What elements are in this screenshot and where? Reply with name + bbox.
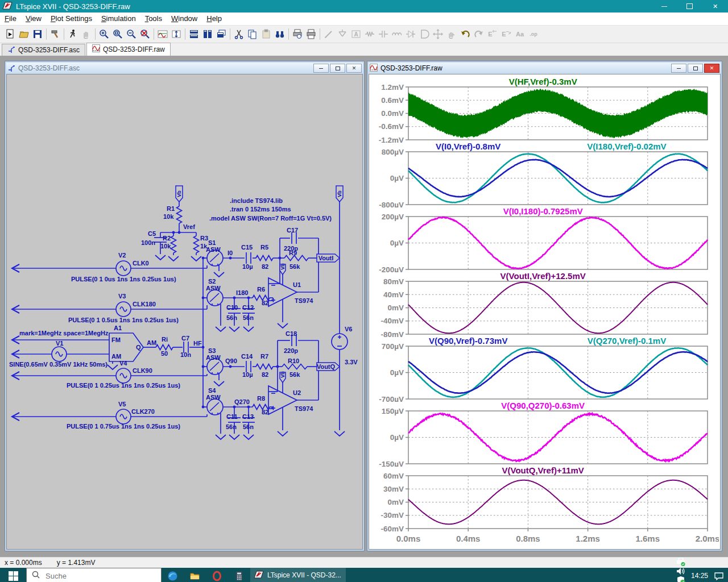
- print-preview-button[interactable]: [291, 27, 304, 41]
- taskbar-search[interactable]: [26, 568, 162, 582]
- taskbar-calculator-icon[interactable]: [228, 568, 250, 582]
- tab-qsd-3253-diff.raw[interactable]: QSD-3253-DIFF.raw: [86, 43, 171, 56]
- tab-qsd-3253-diff.asc[interactable]: QSD-3253-DIFF.asc: [2, 44, 85, 56]
- zoom-full-button[interactable]: [138, 27, 152, 41]
- zoom-in-button[interactable]: [97, 27, 111, 41]
- plot-pane-6[interactable]: V(Q90,Q270)-0.63mV150µV0µV-150µV: [369, 402, 719, 467]
- plot-pane-3[interactable]: V(I0,I180)-0.7925mV200µV0µV-200µV: [369, 207, 719, 272]
- control-panel-button[interactable]: [48, 27, 62, 41]
- plot-pane-5[interactable]: V(Q90,Vref)-0.73mVV(Q270,Vref)-0.1mV700µ…: [369, 337, 719, 402]
- zoom-extents-button[interactable]: [169, 27, 183, 41]
- svg-text:V3: V3: [118, 293, 126, 300]
- taskbar-file-explorer-icon[interactable]: [184, 568, 206, 582]
- waveform-window-title: QSD-3253-DIFF.raw: [380, 64, 442, 72]
- net-flags: VoutIVoutQ: [317, 254, 340, 371]
- waveform-minimize-button[interactable]: [671, 64, 686, 73]
- svg-text:82: 82: [262, 371, 268, 378]
- autorange-button[interactable]: [156, 27, 169, 41]
- drag-button: [445, 27, 458, 41]
- new-schematic-button[interactable]: [3, 27, 17, 41]
- ltspice-taskbar-icon: [254, 570, 264, 581]
- svg-text:-1.2mV: -1.2mV: [379, 136, 404, 143]
- svg-text:Q90: Q90: [225, 357, 237, 364]
- schematic-minimize-button[interactable]: [313, 64, 329, 73]
- search-input[interactable]: [44, 571, 143, 581]
- zoom-back-button[interactable]: [111, 27, 125, 41]
- plot-pane-7[interactable]: V(VoutQ,Vref)+11mV60mV30mV0mV-30mV-60mV0…: [369, 467, 719, 546]
- plot-pane-4[interactable]: V(VoutI,Vref)+12.5mV80mV40mV0mV-40mV-80m…: [369, 272, 719, 337]
- menu-simulation[interactable]: Simulation: [97, 13, 140, 25]
- svg-text:V6: V6: [345, 326, 352, 332]
- menu-view[interactable]: View: [21, 13, 46, 25]
- schematic-canvas[interactable]: VbVbVbVbVoutIVoutQR110kVrefC5100nR210kR3…: [6, 74, 363, 550]
- cascade-windows-button[interactable]: [214, 27, 228, 41]
- schematic-window-titlebar[interactable]: QSD-3253-DIFF.asc ✕: [6, 63, 363, 74]
- find-button[interactable]: [273, 27, 287, 41]
- copy-button[interactable]: [246, 27, 259, 41]
- source-V1: [52, 347, 67, 361]
- schematic-restore-button[interactable]: [330, 64, 345, 73]
- plot-pane-1[interactable]: V(HF,Vref)-0.3mV1.2mV0.6mV0.0mV-0.6mV-1.…: [369, 78, 719, 143]
- menu-plot-settings[interactable]: Plot Settings: [46, 13, 97, 25]
- save-button[interactable]: [31, 27, 44, 41]
- close-button[interactable]: ✕: [702, 0, 728, 13]
- run-button[interactable]: [66, 27, 80, 41]
- tile-vertical-button[interactable]: [201, 27, 214, 41]
- svg-text:AM: AM: [111, 353, 121, 360]
- cut-button[interactable]: [232, 27, 246, 41]
- svg-text:V5: V5: [118, 401, 126, 408]
- schematic-window[interactable]: QSD-3253-DIFF.asc ✕ VbVbVbVbVoutIVoutQR1…: [5, 61, 365, 551]
- trace: [408, 89, 708, 138]
- plot-pane-2[interactable]: V(I0,Vref)-0.8mVV(I180,Vref)-0.02mV800µV…: [369, 143, 719, 207]
- taskbar-clock[interactable]: 14:25: [688, 572, 712, 580]
- tile-horizontal-button[interactable]: [187, 27, 201, 41]
- undo-button[interactable]: [458, 27, 472, 41]
- svg-text:-30mV: -30mV: [380, 511, 404, 519]
- waveform-window[interactable]: QSD-3253-DIFF.raw ✕ V(HF,Vref)-0.3mV1.2m…: [367, 61, 722, 551]
- svg-text:TS974: TS974: [295, 405, 313, 412]
- pane-title: V(VoutQ,Vref)+11mV: [502, 467, 584, 475]
- svg-text:C7: C7: [181, 335, 189, 342]
- toolbar-separator: [64, 28, 64, 40]
- switch-S3: [207, 359, 223, 375]
- svg-text:220p: 220p: [284, 347, 298, 354]
- svg-text:V2: V2: [118, 252, 126, 259]
- tab-bar: QSD-3253-DIFF.ascQSD-3253-DIFF.raw: [0, 43, 728, 56]
- maximize-button[interactable]: [677, 0, 702, 13]
- waveform-icon: [370, 64, 378, 73]
- waveform-restore-button[interactable]: [688, 64, 703, 73]
- tray-volume-icon[interactable]: [673, 567, 688, 576]
- pane-title: V(Q270,Vref)-0.1mV: [588, 337, 666, 346]
- menu-window[interactable]: Window: [167, 13, 202, 25]
- toolbar-separator: [154, 28, 154, 40]
- menu-help[interactable]: Help: [202, 13, 226, 25]
- minimize-button[interactable]: [651, 0, 677, 13]
- waveform-plot-area[interactable]: V(HF,Vref)-0.3mV1.2mV0.6mV0.0mV-0.6mV-1.…: [369, 74, 721, 550]
- taskbar-opera-icon[interactable]: [206, 568, 228, 582]
- print-button[interactable]: [304, 27, 318, 41]
- waveform-close-button[interactable]: ✕: [704, 64, 719, 73]
- svg-text:-0.6mV: -0.6mV: [379, 122, 404, 131]
- svg-text:3.3V: 3.3V: [345, 359, 358, 365]
- svg-text:CLK270: CLK270: [131, 408, 155, 415]
- tray-printer-icon[interactable]: [673, 558, 688, 567]
- tray-security-shield-icon[interactable]: [673, 576, 688, 582]
- menu-file[interactable]: File: [0, 13, 21, 25]
- menu-tools[interactable]: Tools: [140, 13, 167, 25]
- schematic-close-button[interactable]: ✕: [346, 64, 362, 73]
- taskbar: LTspice XVII - QSD-32... 14:25: [0, 568, 728, 582]
- svg-text:mark=1MegHz space=1MegHz: mark=1MegHz space=1MegHz: [19, 330, 109, 336]
- svg-text:PULSE(0 1 0us 1ns 1ns 0.25us 1: PULSE(0 1 0us 1ns 1ns 0.25us 1us): [71, 276, 176, 282]
- mdi-area: QSD-3253-DIFF.asc ✕ VbVbVbVbVoutIVoutQR1…: [0, 56, 728, 557]
- notifications-icon[interactable]: [712, 568, 726, 582]
- svg-text:40mV: 40mV: [383, 290, 404, 299]
- svg-text:R5: R5: [260, 244, 268, 251]
- zoom-out-button[interactable]: [125, 27, 138, 41]
- start-button[interactable]: [0, 568, 26, 582]
- open-button[interactable]: [17, 27, 31, 41]
- schematic-icon: [7, 64, 15, 73]
- taskbar-edge-icon[interactable]: [162, 568, 184, 582]
- waveform-window-titlebar[interactable]: QSD-3253-DIFF.raw ✕: [369, 63, 721, 74]
- place-label-button: A: [349, 27, 363, 41]
- taskbar-app-ltspice[interactable]: LTspice XVII - QSD-32...: [250, 568, 346, 582]
